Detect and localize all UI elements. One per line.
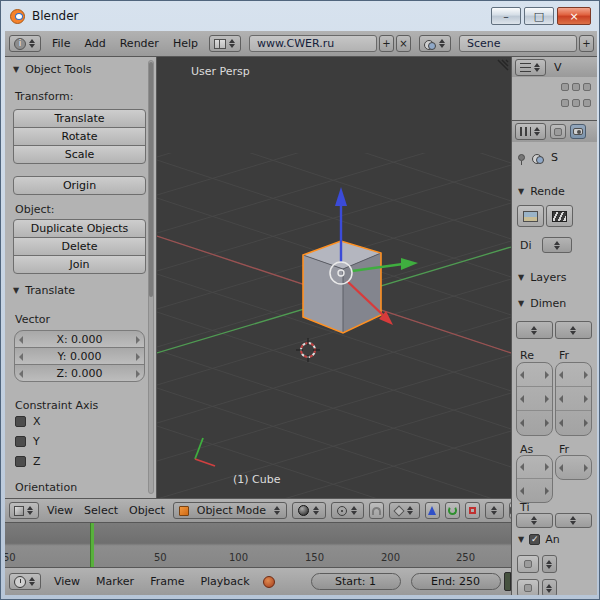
resolution-percent-field[interactable] [517, 411, 552, 435]
add-screen-button[interactable]: + [379, 35, 394, 52]
antialiasing-checkbox[interactable]: ✓ [529, 534, 540, 545]
menu-render[interactable]: Render [117, 37, 162, 50]
tab-scene[interactable] [550, 124, 566, 139]
menu-frame[interactable]: Frame [147, 575, 187, 588]
resolution-y-field[interactable] [517, 387, 552, 411]
snap-element-dropdown[interactable] [389, 502, 420, 519]
outliner-view-menu[interactable]: V [551, 61, 565, 74]
orientation-dropdown[interactable] [485, 502, 504, 519]
aspect-y-field[interactable] [517, 479, 552, 502]
render-preset-dropdown[interactable] [555, 321, 592, 339]
vector-z-field[interactable]: Z: 0.000 [14, 364, 145, 382]
scene-name-field[interactable]: Scene [459, 35, 577, 52]
visibility-eye-icon[interactable] [561, 83, 569, 91]
current-frame-field[interactable] [504, 572, 511, 591]
mode-dropdown[interactable]: Object Mode [173, 502, 287, 519]
menu-file[interactable]: File [49, 37, 73, 50]
constraint-z-checkbox[interactable] [15, 456, 26, 467]
frame-start-field[interactable] [556, 363, 591, 387]
delete-button[interactable]: Delete [13, 237, 146, 256]
translate-button[interactable]: Translate [13, 109, 146, 128]
scene-browse-button[interactable] [419, 35, 451, 52]
vector-y-field[interactable]: Y: 0.000 [14, 347, 145, 365]
constraint-x-checkbox[interactable] [15, 416, 26, 427]
outliner-row[interactable] [512, 83, 597, 91]
viewport-editor-selector[interactable] [9, 502, 39, 519]
vector-x-field[interactable]: X: 0.000 [14, 330, 145, 348]
menu-view[interactable]: View [51, 575, 83, 588]
menu-playback[interactable]: Playback [197, 575, 252, 588]
resolution-x-field[interactable] [517, 363, 552, 387]
manipulator-scale-button[interactable] [465, 502, 480, 519]
menu-add[interactable]: Add [81, 37, 108, 50]
scrollbar-thumb[interactable] [149, 62, 153, 297]
aspect-x-field[interactable] [517, 456, 552, 479]
menu-help[interactable]: Help [170, 37, 201, 50]
aa-filter-stepper[interactable] [542, 579, 557, 595]
area-resize-corner[interactable] [498, 60, 508, 70]
display-dropdown[interactable] [542, 237, 572, 253]
renderable-camera-icon[interactable] [583, 83, 591, 91]
render-panel-header[interactable]: ▼ Rende [518, 185, 565, 198]
rotate-button[interactable]: Rotate [13, 127, 146, 146]
screen-name-field[interactable]: www.CWER.ru [249, 35, 377, 52]
snap-toggle-button[interactable] [369, 502, 384, 519]
dimensions-panel-header[interactable]: ▼ Dimen [518, 297, 566, 310]
properties-editor-selector[interactable] [515, 123, 546, 140]
constraint-y-checkbox[interactable] [15, 436, 26, 447]
resolution-fields[interactable] [516, 362, 553, 436]
info-editor-selector[interactable]: i [9, 35, 41, 52]
shading-dropdown[interactable] [292, 502, 326, 519]
render-preset-dropdown[interactable] [516, 321, 553, 339]
manipulator-translate-button[interactable] [425, 502, 440, 519]
selectable-arrow-icon[interactable] [572, 83, 580, 91]
scale-button[interactable]: Scale [13, 145, 146, 164]
aa-filter-button[interactable] [517, 579, 539, 595]
timeline-ruler[interactable]: 50 50 100 150 200 250 [5, 523, 511, 567]
menu-object[interactable]: Object [126, 504, 168, 517]
frame-start-field[interactable]: Start: 1 [311, 573, 401, 590]
render-image-button[interactable] [517, 205, 544, 227]
pivot-dropdown[interactable] [331, 502, 364, 519]
time-old-field[interactable] [516, 513, 553, 528]
frame-range-fields[interactable] [555, 362, 592, 436]
join-button[interactable]: Join [13, 255, 146, 274]
selectable-arrow-icon[interactable] [572, 99, 580, 107]
aspect-fields[interactable] [516, 455, 553, 503]
manipulator-rotate-button[interactable] [445, 502, 460, 519]
aa-samples-stepper[interactable] [542, 555, 557, 573]
delete-screen-button[interactable]: × [396, 35, 411, 52]
menu-view[interactable]: View [44, 504, 76, 517]
origin-button[interactable]: Origin [13, 176, 146, 195]
aa-samples-button[interactable] [517, 555, 539, 573]
frame-end-field[interactable] [556, 387, 591, 411]
outliner-row[interactable] [512, 99, 597, 107]
duplicate-objects-button[interactable]: Duplicate Objects [13, 219, 146, 238]
pin-icon[interactable] [518, 154, 525, 161]
maximize-button[interactable]: □ [524, 7, 554, 25]
tab-render[interactable] [570, 124, 586, 139]
screen-layout-browse-button[interactable] [209, 35, 241, 52]
tool-shelf-scrollbar[interactable] [148, 60, 154, 494]
renderable-camera-icon[interactable] [583, 99, 591, 107]
visibility-eye-icon[interactable] [561, 99, 569, 107]
menu-marker[interactable]: Marker [93, 575, 137, 588]
minimize-button[interactable]: – [491, 7, 521, 25]
antialiasing-panel-header[interactable]: ▼ ✓ An [518, 533, 560, 546]
current-frame-playhead[interactable] [90, 523, 94, 567]
menu-select[interactable]: Select [81, 504, 121, 517]
frame-rate-field[interactable] [555, 455, 592, 480]
timeline-editor-selector[interactable] [9, 573, 41, 590]
add-scene-button[interactable]: + [579, 35, 594, 52]
translate-panel-header[interactable]: ▼ Translate [13, 284, 75, 297]
time-new-field[interactable] [555, 513, 592, 528]
frame-end-field[interactable]: End: 250 [411, 573, 501, 590]
outliner-editor-selector[interactable] [515, 59, 546, 76]
render-animation-button[interactable] [546, 205, 573, 227]
object-tools-panel-header[interactable]: ▼ Object Tools [13, 63, 92, 76]
frame-step-field[interactable] [556, 411, 591, 435]
viewport-3d[interactable]: User Persp (1) Cube [157, 57, 511, 498]
autokey-record-icon[interactable] [263, 576, 275, 588]
close-button[interactable]: × [557, 7, 591, 25]
layers-panel-header[interactable]: ▼ Layers [518, 271, 567, 284]
